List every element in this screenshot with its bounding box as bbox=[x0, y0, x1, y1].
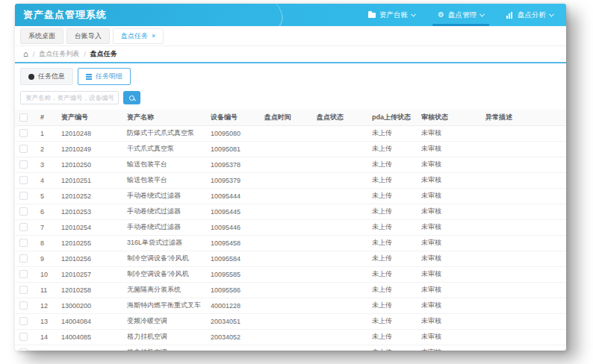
cell-check-time bbox=[260, 298, 312, 313]
row-checkbox-cell bbox=[15, 251, 36, 266]
cell-index: 11 bbox=[36, 282, 57, 298]
table-row: 10 12010257 制冷空调设备'冷风机 10095585 未上传 未审核 bbox=[15, 266, 566, 282]
row-checkbox[interactable] bbox=[19, 348, 28, 351]
subtab-task-info[interactable]: 任务信息 bbox=[20, 68, 73, 85]
breadcrumb-item-current: 盘点任务 bbox=[90, 49, 117, 59]
cell-index: 1 bbox=[36, 125, 57, 141]
cell-asset-no: 14004086 bbox=[57, 345, 122, 351]
row-checkbox[interactable] bbox=[19, 333, 28, 341]
chevron-down-icon bbox=[549, 11, 554, 16]
cell-index: 14 bbox=[36, 329, 57, 345]
cell-check-status bbox=[312, 157, 367, 172]
cell-audit-status: 未审核 bbox=[417, 345, 481, 351]
cell-asset-no: 12010249 bbox=[57, 141, 122, 157]
table-row: 6 12010253 手动卷绕式过滤器 10095445 未上传 未审核 bbox=[15, 204, 566, 219]
cell-abnormal-desc bbox=[481, 298, 566, 313]
tab-inventory-task[interactable]: 盘点任务 × bbox=[113, 28, 164, 44]
cell-index: 12 bbox=[36, 298, 57, 313]
row-checkbox[interactable] bbox=[19, 129, 28, 137]
table-row: 14 14004085 格力挂机空调 20034052 未上传 未审核 bbox=[15, 329, 566, 345]
cell-device-no: 10095081 bbox=[206, 141, 260, 157]
nav-item-inventory-manage[interactable]: ⚙ 盘点管理 bbox=[426, 4, 495, 26]
breadcrumb-item-task-list[interactable]: 盘点任务列表 bbox=[39, 49, 79, 59]
col-asset-name: 资产名称 bbox=[122, 110, 206, 125]
row-checkbox[interactable] bbox=[19, 223, 28, 231]
cell-pda-status: 未上传 bbox=[367, 251, 417, 266]
search-input[interactable] bbox=[20, 91, 119, 104]
nav-item-label: 资产台账 bbox=[379, 10, 408, 20]
cell-check-status bbox=[312, 235, 367, 251]
cell-asset-name: 格力挂机空调 bbox=[122, 345, 206, 351]
cell-audit-status: 未审核 bbox=[417, 251, 481, 266]
header-checkbox-cell bbox=[15, 110, 36, 125]
cell-asset-name: 制冷空调设备'冷风机 bbox=[122, 251, 206, 266]
cell-check-status bbox=[312, 141, 367, 157]
col-check-status: 盘点状态 bbox=[312, 110, 367, 125]
table-row: 3 12010250 输送包装平台 10095378 未上传 未审核 bbox=[15, 157, 566, 172]
row-checkbox[interactable] bbox=[19, 207, 28, 216]
chevron-down-icon bbox=[411, 11, 416, 16]
subtab-task-detail[interactable]: 任务明细 bbox=[78, 68, 131, 85]
table-row: 15 14004086 格力挂机空调 20034053 未上传 未审核 bbox=[15, 345, 566, 351]
cell-asset-no: 12010255 bbox=[57, 235, 122, 251]
cell-audit-status: 未审核 bbox=[417, 219, 481, 235]
row-checkbox[interactable] bbox=[19, 301, 28, 310]
nav-item-asset-ledger[interactable]: 资产台账 bbox=[357, 4, 426, 26]
cell-audit-status: 未审核 bbox=[417, 298, 481, 313]
row-checkbox[interactable] bbox=[19, 176, 28, 184]
row-checkbox[interactable] bbox=[19, 286, 28, 294]
cell-abnormal-desc bbox=[481, 345, 566, 351]
cell-abnormal-desc bbox=[481, 251, 566, 266]
app-title: 资产盘点管理系统 bbox=[15, 8, 107, 22]
row-checkbox[interactable] bbox=[19, 239, 28, 247]
cell-check-status bbox=[312, 345, 367, 351]
cell-check-status bbox=[312, 266, 367, 282]
search-icon bbox=[129, 95, 134, 101]
row-checkbox-cell bbox=[15, 219, 36, 235]
cell-asset-name: 316L单袋式过滤器 bbox=[122, 235, 206, 251]
nav-item-inventory-analysis[interactable]: 盘点分析 bbox=[495, 4, 565, 26]
cell-asset-name: 海斯特内燃平衡重式叉车 bbox=[122, 298, 206, 313]
select-all-checkbox[interactable] bbox=[19, 113, 28, 122]
row-checkbox[interactable] bbox=[19, 270, 28, 278]
tab-ledger-import[interactable]: 台账导入 bbox=[66, 28, 110, 44]
close-icon[interactable]: × bbox=[152, 33, 155, 40]
subtab-label: 任务信息 bbox=[38, 72, 65, 81]
cell-index: 7 bbox=[36, 219, 57, 235]
tab-label: 系统桌面 bbox=[28, 31, 55, 41]
cell-asset-no: 14004085 bbox=[57, 329, 122, 345]
home-icon[interactable]: ⌂ bbox=[23, 50, 28, 58]
cell-audit-status: 未审核 bbox=[417, 313, 481, 329]
row-checkbox-cell bbox=[15, 282, 36, 298]
cell-pda-status: 未上传 bbox=[367, 345, 417, 351]
cell-abnormal-desc bbox=[481, 266, 566, 282]
row-checkbox[interactable] bbox=[19, 160, 28, 169]
tab-system-desktop[interactable]: 系统桌面 bbox=[20, 28, 63, 44]
cell-asset-no: 12010253 bbox=[57, 204, 122, 219]
breadcrumb: ⌂ / 盘点任务列表 / 盘点任务 bbox=[15, 46, 566, 62]
col-index: # bbox=[36, 110, 57, 125]
cell-asset-name: 输送包装平台 bbox=[122, 157, 206, 172]
cell-abnormal-desc bbox=[481, 141, 566, 157]
cell-abnormal-desc bbox=[481, 157, 566, 172]
cell-asset-name: 手动卷绕式过滤器 bbox=[122, 188, 206, 204]
col-device-no: 设备编号 bbox=[206, 110, 260, 125]
cell-audit-status: 未审核 bbox=[417, 282, 481, 298]
cell-check-status bbox=[312, 313, 367, 329]
row-checkbox[interactable] bbox=[19, 145, 28, 153]
row-checkbox[interactable] bbox=[19, 317, 28, 325]
row-checkbox-cell bbox=[15, 141, 36, 157]
cell-audit-status: 未审核 bbox=[417, 141, 481, 157]
cell-pda-status: 未上传 bbox=[367, 313, 417, 329]
row-checkbox[interactable] bbox=[19, 254, 28, 263]
cell-pda-status: 未上传 bbox=[367, 282, 417, 298]
folder-icon bbox=[368, 13, 376, 18]
cell-check-status bbox=[312, 219, 367, 235]
cell-device-no: 10095378 bbox=[206, 157, 260, 172]
cell-asset-no: 12010258 bbox=[57, 282, 122, 298]
cell-pda-status: 未上传 bbox=[367, 172, 417, 188]
row-checkbox[interactable] bbox=[19, 192, 28, 200]
cell-asset-no: 12010248 bbox=[57, 125, 122, 141]
search-button[interactable] bbox=[123, 91, 140, 104]
cell-check-status bbox=[312, 251, 367, 266]
